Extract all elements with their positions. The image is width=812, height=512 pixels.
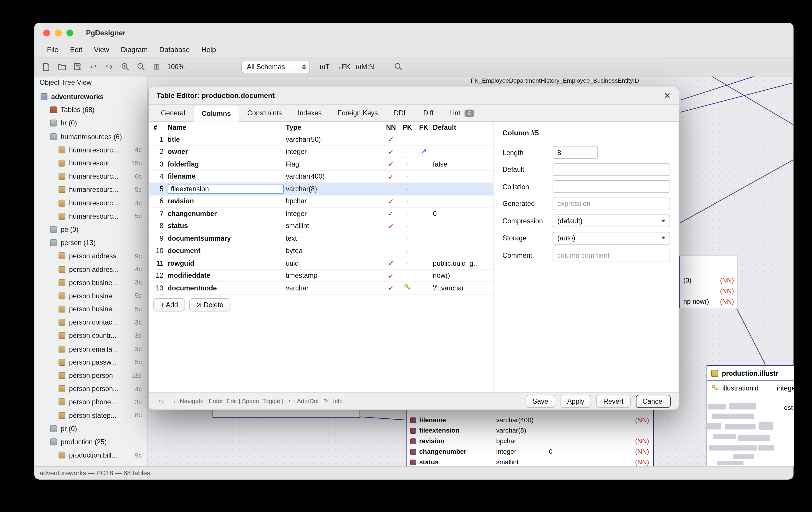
column-name-cell[interactable]: revision xyxy=(166,197,286,205)
open-folder-icon[interactable] xyxy=(57,61,67,72)
partial-entity-table-right[interactable]: (3)(NN)(NN)np now()(NN) xyxy=(679,256,738,308)
primary-key-cell[interactable]: · xyxy=(399,210,416,217)
tab-general[interactable]: General xyxy=(153,105,193,121)
column-row[interactable]: 4filenamevarchar(400)✓· xyxy=(149,170,493,183)
not-null-cell[interactable]: ✓ xyxy=(383,172,399,181)
grid-icon[interactable]: ⊞ xyxy=(151,61,162,72)
column-name-cell[interactable]: modifieddate xyxy=(166,272,286,279)
column-type-cell[interactable]: integer xyxy=(286,148,383,156)
storage-select[interactable]: (auto) xyxy=(553,232,670,244)
tree-item[interactable]: humanresour...15c xyxy=(34,156,147,170)
column-name-cell[interactable]: status xyxy=(166,222,286,230)
tree-item[interactable]: person.busine...5c xyxy=(34,289,147,302)
column-name-input[interactable]: fileextension xyxy=(168,184,284,194)
column-type-cell[interactable]: timestamp xyxy=(286,272,383,279)
add-mn-tool[interactable]: ⊞M:N xyxy=(356,63,374,71)
column-row[interactable]: 13documentnodevarchar✓'/'::varchar xyxy=(149,282,493,294)
not-null-cell[interactable]: ✓ xyxy=(383,197,399,205)
column-row[interactable]: 5fileextensionvarchar(8)· xyxy=(149,183,493,195)
default-cell[interactable]: false xyxy=(432,160,493,168)
tree-item[interactable]: humanresourc...5c xyxy=(34,183,147,196)
tree-item[interactable]: person.person13c xyxy=(34,369,147,382)
column-type-cell[interactable]: varchar xyxy=(286,284,383,292)
default-cell[interactable]: 0 xyxy=(432,210,493,217)
tree-item[interactable]: person.person...4c xyxy=(34,382,147,395)
primary-key-cell[interactable]: · xyxy=(399,247,416,255)
column-name-cell[interactable]: documentsummary xyxy=(166,235,286,242)
column-type-cell[interactable]: varchar(400) xyxy=(286,173,383,180)
tab-ddl[interactable]: DDL xyxy=(386,105,415,121)
column-name-cell[interactable]: rowguid xyxy=(166,259,286,267)
tree-item[interactable]: humanresourc...5c xyxy=(34,210,147,223)
tree-item[interactable]: person.address9c xyxy=(34,249,147,263)
primary-key-cell[interactable]: · xyxy=(399,148,416,156)
apply-button[interactable]: Apply xyxy=(560,394,591,408)
primary-key-cell[interactable] xyxy=(399,284,416,292)
default-input[interactable] xyxy=(553,163,670,176)
generated-input[interactable]: expression xyxy=(553,198,670,210)
add-column-button[interactable]: + Add xyxy=(153,298,185,311)
zoom-window-button[interactable] xyxy=(66,29,73,36)
primary-key-cell[interactable]: · xyxy=(399,259,416,267)
collation-input[interactable] xyxy=(553,180,670,193)
tree-item[interactable]: humanresourc...4c xyxy=(34,143,147,156)
tree-item[interactable]: person.contac...3c xyxy=(34,316,147,329)
tree-item[interactable]: person.statep...8c xyxy=(34,409,147,422)
column-type-cell[interactable]: integer xyxy=(286,210,383,217)
schema-filter-select[interactable]: All Schemas xyxy=(242,60,310,73)
tree-item[interactable]: person.phone...3c xyxy=(34,395,147,409)
tree-item[interactable]: humanresourc...4c xyxy=(34,196,147,210)
add-fk-tool[interactable]: →FK xyxy=(335,63,350,71)
column-name-cell[interactable]: owner xyxy=(166,148,286,156)
primary-key-cell[interactable]: · xyxy=(399,197,416,205)
revert-button[interactable]: Revert xyxy=(597,394,630,408)
column-type-cell[interactable]: varchar(50) xyxy=(286,135,383,143)
column-row[interactable]: 7changenumberinteger✓·0 xyxy=(149,208,493,220)
column-type-cell[interactable]: varchar(8) xyxy=(286,185,383,193)
column-type-cell[interactable]: smallint xyxy=(286,222,383,230)
tree-item[interactable]: humanresourc...6c xyxy=(34,170,147,183)
column-row[interactable]: 12modifieddatetimestamp✓·now() xyxy=(149,270,493,282)
redo-icon[interactable]: ↪ xyxy=(104,61,115,72)
not-null-cell[interactable]: ✓ xyxy=(383,147,399,156)
column-row[interactable]: 3folderflagFlag✓·false xyxy=(149,158,493,170)
tab-diff[interactable]: Diff xyxy=(415,105,441,121)
zoom-out-icon[interactable] xyxy=(136,61,146,72)
column-row[interactable]: 11rowguiduuid✓·public.uuid_g... xyxy=(149,257,493,270)
tree-item[interactable]: person.busine...3c xyxy=(34,276,147,289)
tree-item[interactable]: person.countr...3c xyxy=(34,329,147,342)
column-name-cell[interactable]: document xyxy=(166,247,286,255)
menu-item-edit[interactable]: Edit xyxy=(64,46,88,54)
titlebar[interactable]: PgDesigner xyxy=(34,23,793,43)
tree-item[interactable]: pr (0) xyxy=(34,422,147,435)
foreign-key-cell[interactable]: ↗ xyxy=(415,148,432,156)
tab-indexes[interactable]: Indexes xyxy=(290,105,329,121)
tree-item[interactable]: Tables (68) xyxy=(34,103,147,117)
primary-key-cell[interactable]: · xyxy=(399,272,416,279)
not-null-cell[interactable]: ✓ xyxy=(383,284,399,292)
column-type-cell[interactable]: Flag xyxy=(286,160,383,168)
default-cell[interactable]: public.uuid_g... xyxy=(432,259,493,267)
primary-key-cell[interactable]: · xyxy=(399,235,416,242)
column-type-cell[interactable]: uuid xyxy=(286,259,383,267)
tree-item[interactable]: hr (0) xyxy=(34,117,147,130)
default-cell[interactable]: now() xyxy=(432,272,493,279)
comment-input[interactable]: column comment xyxy=(553,249,670,261)
tree-item[interactable]: pe (0) xyxy=(34,223,147,236)
primary-key-cell[interactable]: · xyxy=(399,160,416,168)
save-icon[interactable] xyxy=(72,61,83,72)
column-row[interactable]: 1titlevarchar(50)✓· xyxy=(149,133,493,146)
new-file-icon[interactable] xyxy=(40,61,51,72)
length-input[interactable]: 8 xyxy=(553,146,598,159)
column-row[interactable]: 6revisionbpchar✓· xyxy=(149,195,493,208)
column-name-cell[interactable]: fileextension xyxy=(166,184,286,194)
delete-column-button[interactable]: ⊘ Delete xyxy=(189,298,230,311)
zoom-in-icon[interactable] xyxy=(120,61,130,72)
cancel-button[interactable]: Cancel xyxy=(636,394,671,408)
primary-key-cell[interactable]: · xyxy=(399,135,416,143)
primary-key-cell[interactable]: · xyxy=(399,222,416,230)
primary-key-cell[interactable]: · xyxy=(399,173,416,180)
column-name-cell[interactable]: filename xyxy=(166,173,286,180)
column-row[interactable]: 9documentsummarytext· xyxy=(149,233,493,245)
tab-lint[interactable]: Lint4 xyxy=(441,105,482,121)
